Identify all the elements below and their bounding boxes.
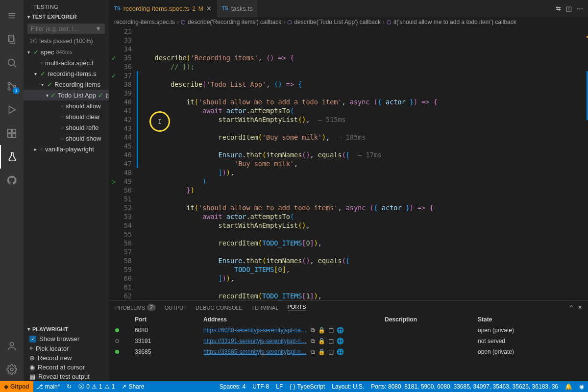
compare-icon[interactable]: ⇆ — [556, 5, 561, 12]
tree-item[interactable]: ○should allow — [24, 100, 109, 111]
record-cursor-button[interactable]: ◉Record at cursor — [24, 363, 109, 372]
code-editor[interactable]: ✓✓▷ 213334353637383940414243444546474849… — [109, 27, 588, 300]
encoding-indicator[interactable]: UTF-8 — [252, 383, 269, 390]
chevron-down-icon: ▾ — [27, 14, 30, 20]
tree-item[interactable]: ○should show — [24, 133, 109, 144]
gitpod-button[interactable]: ◆ Gitpod — [0, 381, 33, 392]
minimap[interactable] — [579, 27, 588, 300]
panel-maximize-icon[interactable]: ^ — [570, 304, 573, 311]
ports-indicator[interactable]: Ports: 8080, 8181, 5900, 6080, 33685, 34… — [371, 383, 558, 390]
panel-tab-output[interactable]: OUTPUT — [165, 305, 187, 311]
layout-indicator[interactable]: Layout: U.S. — [332, 383, 364, 390]
bell-icon[interactable]: 🔔 — [565, 383, 572, 390]
problems-indicator[interactable]: ⓧ 0 ⚠ 1 ⚠ 1 — [78, 383, 115, 391]
record-icon: ◉ — [29, 364, 35, 371]
output-icon: ▤ — [29, 373, 35, 380]
more-icon[interactable]: ⋯ — [577, 5, 583, 12]
copy-icon[interactable]: ⧉ — [311, 338, 315, 344]
scm-icon[interactable]: 1 — [0, 74, 24, 98]
svg-point-3 — [8, 82, 10, 85]
tree-root[interactable]: ▾✓ spec 846ms — [24, 47, 109, 57]
target-icon: ⌖ — [29, 344, 33, 352]
svg-rect-7 — [8, 134, 11, 137]
ts-icon: TS — [222, 6, 228, 11]
split-icon[interactable]: ◫ — [566, 5, 572, 12]
tree-item[interactable]: ▾✓recording-items.s — [24, 68, 109, 79]
sidebar: TESTING ▾ TEST EXPLORER ▼ 1/1 tests pass… — [24, 0, 109, 381]
preview-icon[interactable]: ◫ — [328, 348, 334, 355]
extensions-icon[interactable] — [0, 122, 24, 145]
panel-tab-problems[interactable]: PROBLEMS2 — [115, 304, 156, 311]
scm-badge: 1 — [13, 87, 20, 94]
debug-icon[interactable] — [0, 98, 24, 122]
github-icon[interactable] — [0, 169, 24, 192]
panel-tab-ports[interactable]: PORTS — [288, 304, 306, 311]
lock-icon[interactable]: 🔒 — [318, 338, 325, 344]
bottom-panel: PROBLEMS2 OUTPUT DEBUG CONSOLE TERMINAL … — [109, 300, 588, 381]
explorer-icon[interactable] — [0, 27, 24, 51]
tree-item[interactable]: ▸○vanilla-playwright — [24, 144, 109, 154]
activity-bar: 1 — [0, 0, 24, 381]
eol-indicator[interactable]: LF — [276, 383, 283, 390]
testing-icon[interactable] — [0, 145, 24, 169]
settings-icon[interactable] — [0, 358, 24, 381]
tab-tasks[interactable]: TS tasks.ts — [217, 0, 258, 17]
account-icon[interactable] — [0, 334, 24, 358]
tree-item[interactable]: ○should refle — [24, 122, 109, 133]
svg-rect-1 — [10, 37, 15, 43]
svg-rect-8 — [12, 134, 16, 137]
tree-item[interactable]: ▾✓Todo List App✓▷▷̤🗎 — [24, 90, 109, 100]
playwright-header[interactable]: ▾PLAYWRIGHT — [24, 324, 109, 334]
branch-indicator[interactable]: ⎇ main* — [36, 383, 60, 390]
test-explorer-header[interactable]: ▾ TEST EXPLORER — [24, 12, 109, 22]
svg-point-4 — [8, 88, 10, 90]
copy-icon[interactable]: ⧉ — [311, 348, 315, 355]
panel-tab-debug[interactable]: DEBUG CONSOLE — [196, 305, 243, 311]
ports-row[interactable]: 33191https://33191-serenityjs-serenityjs… — [109, 336, 588, 346]
tab-recording-items[interactable]: TS recording-items.spec.ts 2 M ✕ — [109, 0, 217, 17]
tree-item[interactable]: ○should clear — [24, 111, 109, 122]
svg-rect-0 — [9, 35, 14, 42]
share-button[interactable]: ↗ Share — [122, 383, 144, 390]
language-indicator[interactable]: { } TypeScript — [290, 383, 325, 390]
col-description: Description — [385, 316, 473, 323]
globe-icon[interactable]: 🌐 — [337, 338, 344, 344]
filter-input-container[interactable]: ▼ — [27, 24, 105, 34]
globe-icon[interactable]: 🌐 — [337, 327, 344, 334]
breadcrumb[interactable]: recording-items.spec.ts› ⬡describe('Reco… — [109, 17, 588, 27]
ports-row[interactable]: 33685https://33685-serenityjs-serenityjs… — [109, 346, 588, 357]
status-bar: ◆ Gitpod ⎇ main* ↻ ⓧ 0 ⚠ 1 ⚠ 1 ↗ Share S… — [0, 381, 588, 392]
sync-button[interactable]: ↻ — [67, 383, 72, 390]
check-icon: ✓ — [98, 92, 103, 99]
lock-icon[interactable]: 🔒 — [318, 348, 325, 355]
preview-icon[interactable]: ◫ — [328, 338, 334, 344]
show-browser-checkbox[interactable]: ✓Show browser — [24, 334, 109, 343]
pick-locator-button[interactable]: ⌖Pick locator — [24, 343, 109, 353]
test-explorer-label: TEST EXPLORER — [32, 14, 77, 20]
record-new-button[interactable]: ⊕Record new — [24, 353, 109, 363]
svg-rect-9 — [13, 129, 16, 132]
playwright-section: ▾PLAYWRIGHT ✓Show browser ⌖Pick locator … — [24, 324, 109, 381]
copy-icon[interactable]: ⧉ — [311, 327, 315, 334]
tree-item[interactable]: ○multi-actor.spec.t — [24, 57, 109, 68]
filter-input[interactable] — [31, 25, 95, 32]
panel-tab-terminal[interactable]: TERMINAL — [251, 305, 279, 311]
ts-icon: TS — [114, 6, 121, 11]
test-tree: ▾✓ spec 846ms ○multi-actor.spec.t▾✓recor… — [24, 47, 109, 154]
col-state: State — [478, 316, 576, 323]
preview-icon[interactable]: ◫ — [328, 327, 334, 334]
tree-item[interactable]: ▾✓Recording items — [24, 79, 109, 90]
col-address: Address — [203, 316, 380, 323]
ports-row[interactable]: 6080https://6080-serenityjs-serenityjspl… — [109, 325, 588, 336]
globe-icon[interactable]: 🌐 — [337, 348, 344, 355]
col-port: Port — [135, 316, 198, 323]
panel-close-icon[interactable]: ✕ — [578, 304, 582, 311]
filter-icon[interactable]: ▼ — [95, 25, 101, 32]
search-icon[interactable] — [0, 51, 24, 74]
spaces-indicator[interactable]: Spaces: 4 — [220, 383, 245, 390]
lock-icon[interactable]: 🔒 — [318, 327, 325, 334]
menu-icon[interactable] — [0, 4, 24, 27]
broadcast-icon[interactable]: ◉ — [579, 383, 584, 390]
reveal-output-button[interactable]: ▤Reveal test output — [24, 372, 109, 381]
close-icon[interactable]: ✕ — [206, 5, 212, 12]
